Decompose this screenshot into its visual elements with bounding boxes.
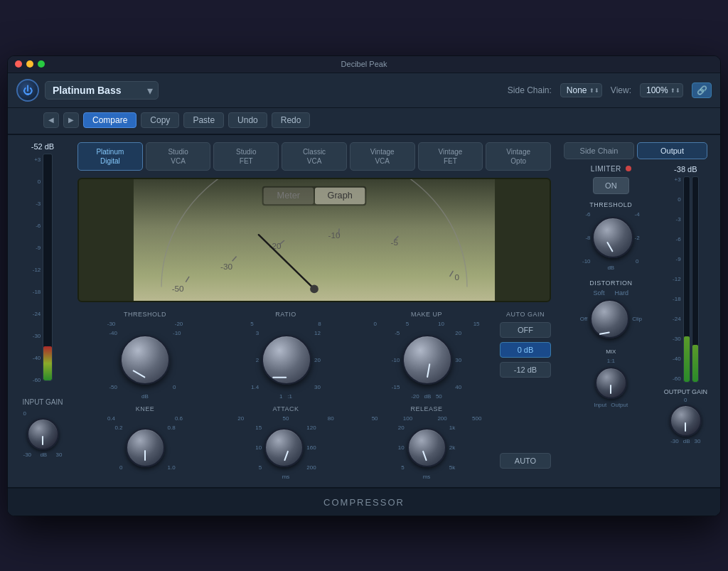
back-button[interactable]: ◀ [43, 112, 59, 128]
maximize-btn[interactable] [38, 60, 45, 68]
svg-text:-30: -30 [220, 262, 232, 271]
release-knob[interactable] [407, 428, 446, 467]
svg-text:0: 0 [454, 272, 459, 281]
distortion-soft-label: Soft [594, 289, 605, 297]
sidechain-label: Side Chain: [508, 85, 552, 95]
distortion-hard-label: Hard [615, 289, 629, 297]
output-right-fill [692, 345, 698, 382]
preset-dropdown[interactable]: Platinum Bass [45, 81, 159, 100]
auto-gain-label: AUTO GAIN [506, 311, 545, 318]
auto-gain-off-button[interactable]: OFF [500, 322, 551, 338]
threshold-group: THRESHOLD -30-20 -40 -50 [77, 311, 213, 400]
right-panel: Side Chain Output LIMITER ON THRESHOLD [561, 142, 710, 480]
toolbar: ◀ ▶ Compare Copy Paste Undo Redo [8, 108, 720, 135]
preset-selector-wrap: Platinum Bass [45, 81, 159, 100]
svg-text:Meter: Meter [277, 191, 301, 201]
tab-studio-fet[interactable]: Studio FET [213, 142, 279, 171]
paste-button[interactable]: Paste [183, 112, 224, 128]
mix-group: MIX 1:1 Input Output [594, 348, 628, 408]
compressor-type-tabs: Platinum Digital Studio VCA Studio FET C… [77, 142, 551, 171]
link-button[interactable]: 🔗 [692, 82, 712, 98]
makeup-knob[interactable] [402, 335, 452, 385]
tab-studio-vca[interactable]: Studio VCA [146, 142, 211, 171]
auto-gain-section: AUTO GAIN OFF 0 dB -12 dB [500, 311, 551, 400]
view-label: View: [611, 85, 631, 95]
mix-label: MIX [606, 348, 616, 355]
output-meter-left [683, 176, 690, 383]
top-bar: ⏻ Platinum Bass Side Chain: None View: 1… [8, 73, 720, 108]
vu-display: Meter Graph -50 -30 -20 -10 -5 0 [77, 178, 551, 302]
ratio-knob[interactable] [262, 335, 311, 385]
threshold-label: THRESHOLD [124, 311, 166, 318]
right-tabs: Side Chain Output [564, 142, 707, 159]
makeup-label: MAKE UP [411, 311, 442, 318]
input-meter-panel: -52 dB +3 0 -3 -6 -9 -12 -18 -24 -30 -40… [18, 142, 68, 480]
attack-knob[interactable] [264, 428, 304, 467]
window-title: Decibel Peak [341, 60, 387, 68]
output-gain-label: OUTPUT GAIN [664, 388, 707, 395]
input-gain-label: INPUT GAIN [22, 398, 63, 406]
limiter-status-dot [626, 166, 631, 171]
sidechain-tab[interactable]: Side Chain [564, 142, 634, 159]
sidechain-selector-wrap: None [560, 83, 602, 97]
limiter-on-button[interactable]: ON [593, 177, 629, 194]
forward-button[interactable]: ▶ [63, 112, 79, 128]
limiter-threshold-knob[interactable] [592, 217, 633, 258]
threshold-right-label: THRESHOLD [582, 201, 640, 208]
knee-knob[interactable] [126, 428, 165, 467]
release-group: RELEASE 50100200500 20 10 5 [359, 405, 494, 480]
svg-text:-20: -20 [269, 240, 281, 250]
tab-classic-vca[interactable]: Classic VCA [282, 142, 347, 171]
view-select[interactable]: 100% [640, 83, 683, 97]
copy-button[interactable]: Copy [141, 112, 179, 128]
power-button[interactable]: ⏻ [16, 79, 39, 102]
tab-vintage-opto[interactable]: Vintage Opto [486, 142, 551, 171]
top-bar-left: ⏻ Platinum Bass [16, 79, 159, 102]
release-label: RELEASE [410, 405, 442, 412]
view-selector-wrap: 100% [640, 83, 683, 97]
makeup-group: MAKE UP 051015 -5 -10 -15 [359, 311, 494, 400]
attack-label: ATTACK [272, 405, 299, 412]
minimize-btn[interactable] [26, 60, 33, 68]
plugin-window: Decibel Peak ⏻ Platinum Bass Side Chain:… [7, 55, 721, 516]
close-btn[interactable] [15, 60, 22, 68]
ratio-label: RATIO [275, 311, 296, 318]
tab-vintage-fet[interactable]: Vintage FET [418, 142, 483, 171]
distortion-knob[interactable] [590, 299, 629, 338]
output-left-fill [684, 336, 690, 381]
distortion-label: DISTORTION [564, 279, 658, 287]
attack-group: ATTACK 205080 15 10 5 [218, 405, 353, 480]
release-auto-button[interactable]: AUTO [500, 453, 551, 469]
knee-group: KNEE 0.40.6 0.2 0 0.8 [77, 405, 213, 480]
top-bar-right: Side Chain: None View: 100% 🔗 [508, 82, 712, 98]
svg-text:Graph: Graph [328, 191, 353, 201]
auto-gain-0db-button[interactable]: 0 dB [500, 342, 551, 358]
output-tab[interactable]: Output [637, 142, 707, 159]
window-controls [15, 60, 45, 68]
tab-vintage-vca[interactable]: Vintage VCA [350, 142, 415, 171]
auto-gain-12db-button[interactable]: -12 dB [500, 362, 551, 378]
undo-button[interactable]: Undo [228, 112, 267, 128]
input-db-label: -52 dB [31, 142, 54, 151]
input-gain-knob[interactable] [27, 418, 59, 450]
output-meter-right [692, 176, 699, 383]
redo-button[interactable]: Redo [272, 112, 311, 128]
output-db-label: -38 dB [674, 165, 697, 174]
center-panel: Platinum Digital Studio VCA Studio FET C… [75, 142, 554, 480]
compare-button[interactable]: Compare [83, 112, 136, 128]
tab-platinum-digital[interactable]: Platinum Digital [77, 142, 143, 171]
output-gain-knob[interactable] [670, 405, 702, 437]
threshold-knob[interactable] [120, 335, 170, 385]
title-bar: Decibel Peak [8, 56, 720, 73]
plugin-name-label: Compressor [323, 497, 405, 508]
limiter-label: LIMITER [591, 165, 621, 173]
input-meter-fill [43, 346, 52, 380]
input-meter-bar [43, 154, 53, 381]
svg-point-13 [310, 284, 318, 293]
knee-label: KNEE [136, 405, 155, 412]
svg-text:-50: -50 [172, 284, 184, 293]
sidechain-select[interactable]: None [560, 83, 602, 97]
mix-knob[interactable] [595, 367, 627, 399]
bottom-bar: Compressor [8, 487, 720, 516]
svg-line-17 [338, 228, 339, 235]
